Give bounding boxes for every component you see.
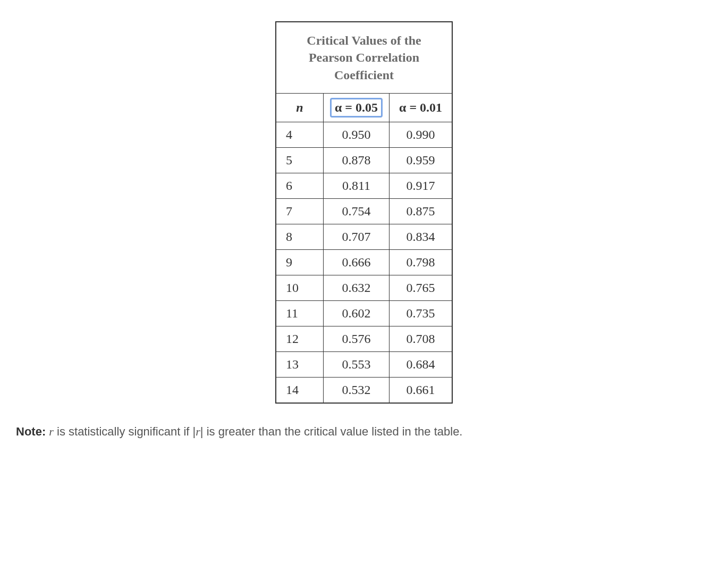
- cell-alpha-05: 0.532: [323, 378, 389, 404]
- table-row: 140.5320.661: [276, 378, 452, 404]
- title-line-3: Coefficient: [334, 68, 394, 82]
- note-part1: is statistically significant if: [54, 425, 193, 438]
- cell-n: 8: [276, 224, 324, 250]
- cell-alpha-01: 0.834: [390, 224, 453, 250]
- table-header-row: n α = 0.05 α = 0.01: [276, 94, 452, 122]
- header-alpha-05: α = 0.05: [323, 94, 389, 122]
- cell-n: 14: [276, 378, 324, 404]
- table-row: 80.7070.834: [276, 224, 452, 250]
- cell-alpha-05: 0.632: [323, 275, 389, 301]
- cell-alpha-01: 0.959: [390, 148, 453, 173]
- table-row: 120.5760.708: [276, 326, 452, 352]
- cell-n: 10: [276, 275, 324, 301]
- note-label: Note:: [16, 425, 46, 438]
- cell-n: 11: [276, 301, 324, 326]
- header-n: n: [276, 94, 324, 122]
- cell-alpha-01: 0.875: [390, 199, 453, 224]
- alpha-05-highlight: α = 0.05: [330, 98, 383, 118]
- table-row: 70.7540.875: [276, 199, 452, 224]
- title-line-1: Critical Values of the: [307, 33, 421, 47]
- cell-n: 9: [276, 250, 324, 275]
- table-title: Critical Values of the Pearson Correlati…: [276, 22, 452, 94]
- cell-alpha-05: 0.811: [323, 173, 389, 199]
- table-row: 50.8780.959: [276, 148, 452, 173]
- cell-alpha-01: 0.765: [390, 275, 453, 301]
- cell-alpha-01: 0.684: [390, 352, 453, 378]
- cell-alpha-01: 0.708: [390, 326, 453, 352]
- cell-n: 13: [276, 352, 324, 378]
- cell-n: 5: [276, 148, 324, 173]
- cell-alpha-05: 0.754: [323, 199, 389, 224]
- note-text: Note: r is statistically significant if …: [11, 425, 717, 439]
- cell-n: 7: [276, 199, 324, 224]
- table-row: 40.9500.990: [276, 122, 452, 148]
- cell-n: 6: [276, 173, 324, 199]
- table-row: 90.6660.798: [276, 250, 452, 275]
- cell-alpha-01: 0.735: [390, 301, 453, 326]
- table-row: 60.8110.917: [276, 173, 452, 199]
- cell-n: 4: [276, 122, 324, 148]
- cell-alpha-01: 0.798: [390, 250, 453, 275]
- cell-alpha-05: 0.707: [323, 224, 389, 250]
- cell-alpha-05: 0.602: [323, 301, 389, 326]
- note-abs-r: |r|: [193, 425, 204, 438]
- cell-alpha-01: 0.917: [390, 173, 453, 199]
- cell-alpha-01: 0.990: [390, 122, 453, 148]
- cell-alpha-01: 0.661: [390, 378, 453, 404]
- note-r: r: [49, 425, 54, 438]
- cell-alpha-05: 0.950: [323, 122, 389, 148]
- header-alpha-01: α = 0.01: [390, 94, 453, 122]
- note-part2: is greater than the critical value liste…: [204, 425, 463, 438]
- table-row: 100.6320.765: [276, 275, 452, 301]
- cell-alpha-05: 0.553: [323, 352, 389, 378]
- cell-alpha-05: 0.576: [323, 326, 389, 352]
- table-row: 110.6020.735: [276, 301, 452, 326]
- cell-alpha-05: 0.666: [323, 250, 389, 275]
- cell-n: 12: [276, 326, 324, 352]
- critical-values-table: Critical Values of the Pearson Correlati…: [275, 21, 453, 404]
- title-line-2: Pearson Correlation: [309, 51, 419, 64]
- cell-alpha-05: 0.878: [323, 148, 389, 173]
- table-row: 130.5530.684: [276, 352, 452, 378]
